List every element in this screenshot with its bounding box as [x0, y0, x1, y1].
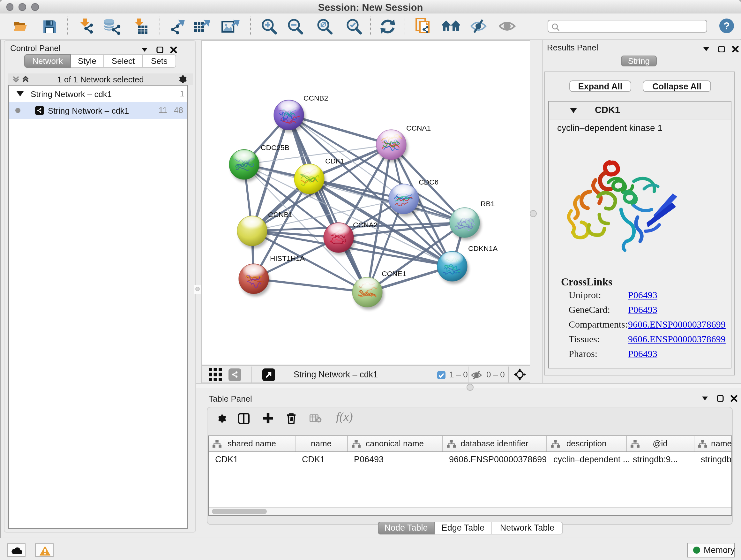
- svg-text:CDK1: CDK1: [325, 157, 345, 165]
- svg-text:CDC6: CDC6: [419, 178, 439, 186]
- svg-text:HIST1H1A: HIST1H1A: [270, 254, 305, 262]
- svg-text:CDKN1A: CDKN1A: [468, 244, 498, 252]
- svg-text:CDC25B: CDC25B: [261, 143, 289, 151]
- svg-text:CCNB2: CCNB2: [304, 94, 328, 102]
- svg-text:CCNA1: CCNA1: [406, 124, 431, 132]
- svg-text:RB1: RB1: [481, 199, 495, 207]
- svg-text:CCNA2: CCNA2: [353, 220, 378, 229]
- svg-text:CCNB1: CCNB1: [268, 210, 293, 219]
- svg-text:CCNE1: CCNE1: [382, 269, 406, 277]
